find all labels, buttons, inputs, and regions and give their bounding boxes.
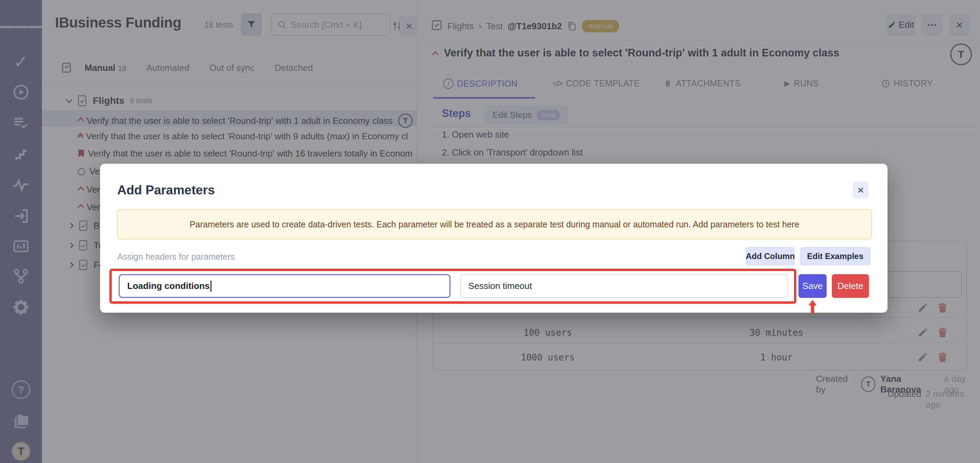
info-banner: Parameters are used to create data-drive… [117,209,872,239]
annotation-rectangle [109,269,796,304]
app-root: ✓ ? T [0,0,980,463]
modal-title: Add Parameters [117,183,215,197]
add-column-button[interactable]: Add Column [746,247,795,266]
save-button[interactable]: Save [799,274,827,298]
annotation-arrow [805,299,820,314]
close-icon: × [857,183,864,197]
assign-headers-label: Assign headers for parameters [117,252,235,262]
info-text: Parameters are used to create data-drive… [189,220,799,229]
modal-close-button[interactable]: × [853,181,869,198]
edit-examples-button[interactable]: Edit Examples [800,247,871,266]
add-parameters-modal: Add Parameters × Parameters are used to … [100,164,888,313]
delete-button[interactable]: Delete [832,274,869,298]
